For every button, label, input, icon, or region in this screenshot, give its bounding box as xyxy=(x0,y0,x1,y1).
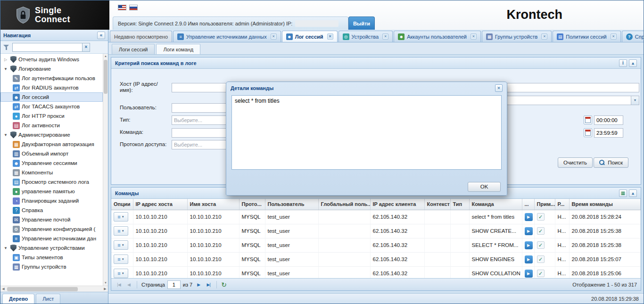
tree-item[interactable]: ☻Управление сессиями xyxy=(0,158,103,168)
collapse-sidebar-button[interactable]: « xyxy=(97,32,105,39)
row-options-button[interactable]: ≡▼ xyxy=(114,240,128,250)
tree-item[interactable]: ⚙Управление конфигурацией ( xyxy=(0,224,103,234)
tab-tree[interactable]: Дерево xyxy=(2,294,34,304)
column-header[interactable]: Имя хоста xyxy=(187,199,239,210)
tree-item[interactable]: ▤Лог активности xyxy=(0,121,103,130)
clear-button[interactable]: Очистить xyxy=(558,157,593,168)
scroll-up-icon[interactable]: ▲ xyxy=(103,54,108,59)
row-options-button[interactable]: ≡▼ xyxy=(114,269,128,278)
close-tab-icon[interactable]: × xyxy=(541,33,547,40)
tree-item[interactable]: ◔Планировщик заданий xyxy=(0,196,103,205)
last-page-icon[interactable]: ▶| xyxy=(205,280,212,289)
collapse-panel-icon[interactable]: ▴ xyxy=(629,189,637,197)
tree-item[interactable]: ≡Управление источниками дан xyxy=(0,234,103,243)
tab-session-policies[interactable]: ▤Политики сессий× xyxy=(553,31,620,42)
close-tab-icon[interactable]: × xyxy=(471,33,477,40)
tree-item[interactable]: ⇄Лог RADIUS аккаунтов xyxy=(0,83,103,92)
close-tab-icon[interactable]: × xyxy=(611,33,617,40)
collapse-node-icon[interactable]: ▼ xyxy=(3,246,8,250)
collapse-node-icon[interactable]: ▼ xyxy=(3,67,8,71)
tree-item[interactable]: ▣Типы элементов xyxy=(0,253,103,262)
column-header[interactable]: Пользователь xyxy=(265,199,318,210)
tree-item[interactable]: ▦Компоненты xyxy=(0,168,103,177)
first-page-icon[interactable]: |◀ xyxy=(115,280,123,289)
tree-vertical-scrollbar[interactable]: ▲ ▼ xyxy=(103,54,108,286)
vertical-scroll-thumb[interactable] xyxy=(104,60,107,94)
next-page-icon[interactable]: ▶ xyxy=(195,280,202,289)
scroll-down-icon[interactable]: ▼ xyxy=(103,280,108,286)
ok-button[interactable]: OK xyxy=(468,182,501,192)
column-header[interactable]: Тип xyxy=(450,199,469,210)
search-button[interactable]: Поиск xyxy=(594,157,628,168)
tree-item[interactable]: ▦Двухфакторная авторизация xyxy=(0,140,103,149)
column-header[interactable]: Контекст xyxy=(424,199,450,210)
prev-page-icon[interactable]: ◀ xyxy=(125,280,132,289)
time-from-input[interactable] xyxy=(594,115,623,125)
table-row[interactable]: ≡▼10.10.10.21010.10.10.210MYSQLtest_user… xyxy=(111,210,641,224)
us-flag-icon[interactable] xyxy=(118,5,126,10)
column-header[interactable]: ... xyxy=(522,199,534,210)
tree-item[interactable]: ☻Лог сессий xyxy=(0,92,103,102)
ru-flag-icon[interactable] xyxy=(129,5,138,10)
tree-item[interactable]: ●управление памятью xyxy=(0,187,103,196)
close-tab-icon[interactable]: × xyxy=(382,33,388,40)
tree-horizontal-scrollbar[interactable]: ◀ ▶ xyxy=(0,286,108,292)
tree-item[interactable]: ⇄Лог TACACS аккаунтов xyxy=(0,102,103,111)
view-command-icon[interactable]: ▶ xyxy=(525,255,533,263)
tab-recent[interactable]: Недавно просмотрено xyxy=(110,31,172,42)
clear-filter-icon[interactable]: × xyxy=(82,43,90,51)
tab-device-groups[interactable]: ▦Группы устройств× xyxy=(482,31,552,42)
command-text-area[interactable]: select * from titles xyxy=(231,95,502,170)
view-command-icon[interactable]: ▶ xyxy=(525,241,533,249)
tree-item[interactable]: ▼Управление устройствами xyxy=(0,243,103,253)
collapse-panel-icon[interactable]: ▴ xyxy=(629,59,637,67)
view-command-icon[interactable]: ▶ xyxy=(525,227,533,235)
close-dialog-icon[interactable]: ✕ xyxy=(495,84,503,92)
close-tab-icon[interactable]: × xyxy=(271,33,277,40)
column-header[interactable]: Команда xyxy=(469,199,522,210)
column-header[interactable]: Глобальный поль... xyxy=(318,199,370,210)
export-grid-icon[interactable]: ▦ xyxy=(619,189,627,197)
table-row[interactable]: ≡▼10.10.10.21010.10.10.210MYSQLtest_user… xyxy=(111,266,641,278)
column-header[interactable]: IP адрес клиента xyxy=(370,199,424,210)
chevron-down-icon[interactable]: ▼ xyxy=(631,96,639,105)
expand-node-icon[interactable]: ▷ xyxy=(3,58,8,62)
tree-item[interactable]: ?Справка xyxy=(0,205,103,215)
tree-item[interactable]: ▼Администрирование xyxy=(0,130,103,140)
tree-item[interactable]: ▤Просмотр системного лога xyxy=(0,177,103,187)
time-to-input[interactable] xyxy=(594,128,623,138)
tree-item[interactable]: ▷Отчеты аудита Windows xyxy=(0,55,103,64)
row-options-button[interactable]: ≡▼ xyxy=(114,212,128,222)
table-row[interactable]: ≡▼10.10.10.21010.10.10.210MYSQLtest_user… xyxy=(111,238,641,252)
tab-list[interactable]: Лист xyxy=(36,294,60,304)
row-options-button[interactable]: ≡▼ xyxy=(114,255,128,264)
close-tab-icon[interactable]: × xyxy=(327,33,333,40)
view-command-icon[interactable]: ▶ xyxy=(525,213,533,221)
tab-user-accounts[interactable]: ☻Аккаунты пользователей× xyxy=(394,31,481,42)
tab-help[interactable]: ?Справка xyxy=(622,31,644,42)
horizontal-scroll-thumb[interactable] xyxy=(7,287,78,291)
column-header[interactable]: Прото... xyxy=(239,199,265,210)
column-header[interactable]: Прим... xyxy=(534,199,555,210)
view-command-icon[interactable]: ▶ xyxy=(525,270,533,278)
column-header[interactable]: IP адрес хоста xyxy=(133,199,187,210)
tree-filter-input[interactable] xyxy=(12,43,90,52)
tree-item[interactable]: ▥Объемный импорт xyxy=(0,149,103,158)
column-header[interactable]: Опции xyxy=(111,199,133,210)
row-options-button[interactable]: ≡▼ xyxy=(114,226,128,236)
refresh-icon[interactable]: ↻ xyxy=(221,280,227,289)
dialog-header[interactable]: Детали команды ✕ xyxy=(226,82,507,94)
info-icon[interactable]: i xyxy=(619,59,627,67)
calendar-to-icon[interactable] xyxy=(584,128,592,137)
scroll-left-icon[interactable]: ◀ xyxy=(0,286,6,292)
subtab-command-logs[interactable]: Логи команд xyxy=(156,44,200,54)
table-row[interactable]: ≡▼10.10.10.21010.10.10.210MYSQLtest_user… xyxy=(111,252,641,266)
logout-button[interactable]: Выйти xyxy=(348,16,375,30)
tab-devices[interactable]: ◎Устройства× xyxy=(339,31,393,42)
collapse-node-icon[interactable]: ▼ xyxy=(3,133,8,137)
tree-item[interactable]: ✎Лог аутентификации пользов xyxy=(0,74,103,83)
column-header[interactable]: Время команды xyxy=(569,199,641,210)
tree-item[interactable]: ▦Группы устройств xyxy=(0,262,103,271)
tree-item[interactable]: ▼Логирование xyxy=(0,64,103,74)
subtab-session-logs[interactable]: Логи сессий xyxy=(112,44,155,54)
